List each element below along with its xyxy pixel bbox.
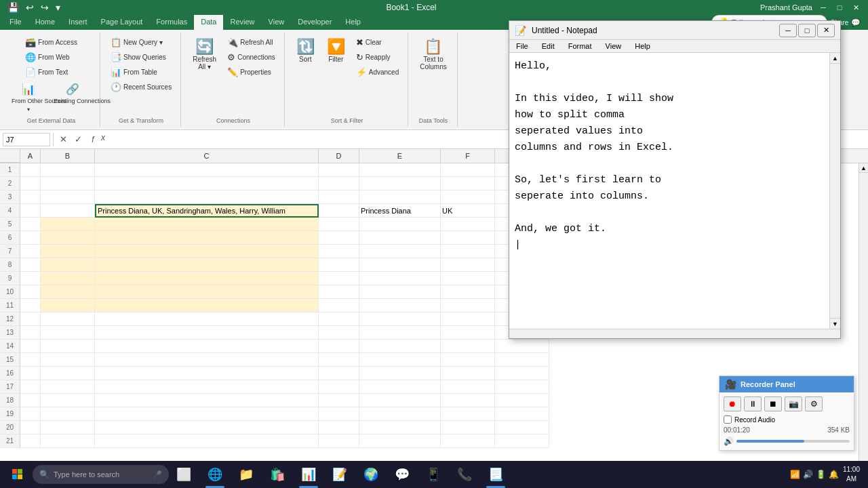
connections-btn[interactable]: 🔌 Refresh All	[224, 35, 279, 49]
cell-D2[interactable]	[319, 177, 359, 190]
properties-btn[interactable]: ⚙ Connections	[224, 50, 279, 64]
tab-help[interactable]: Help	[338, 15, 368, 30]
menu-format[interactable]: Format	[561, 40, 599, 52]
tab-developer[interactable]: Developer	[291, 15, 338, 30]
refresh-all-btn[interactable]: 🔄 Refresh All ▾	[188, 35, 221, 73]
cell-B3[interactable]	[41, 190, 95, 204]
cell-C1[interactable]	[95, 163, 319, 177]
cell-F1[interactable]	[441, 163, 495, 177]
tab-data[interactable]: Data	[194, 15, 223, 30]
cell-C5[interactable]	[95, 218, 319, 231]
redo-quick-btn[interactable]: ↪	[39, 1, 51, 14]
minimize-notepad-btn[interactable]: ─	[779, 24, 797, 37]
menu-edit[interactable]: Edit	[535, 40, 561, 52]
menu-view[interactable]: View	[599, 40, 629, 52]
vertical-scrollbar[interactable]: ▲ ▼	[859, 163, 868, 470]
network-icon[interactable]: 📶	[790, 470, 800, 479]
cell-F3[interactable]	[441, 190, 495, 204]
cell-D5[interactable]	[319, 218, 359, 231]
filter-btn[interactable]: 🔽 Filter	[322, 35, 350, 66]
clear-btn[interactable]: ✖ Clear	[353, 35, 402, 49]
advanced-btn[interactable]: ⚡ Advanced	[353, 65, 402, 79]
existing-connections-btn[interactable]: 🔗 Existing Connections	[50, 81, 94, 115]
cell-F4[interactable]: UK	[441, 204, 495, 218]
from-table-btn[interactable]: 📊 From Table	[107, 65, 161, 79]
tab-view[interactable]: View	[262, 15, 292, 30]
close-excel-btn[interactable]: ✕	[849, 2, 863, 13]
tab-review[interactable]: Review	[223, 15, 261, 30]
tab-home[interactable]: Home	[28, 15, 62, 30]
taskbar-phone-btn[interactable]: 📞	[450, 461, 479, 488]
taskbar-search-input[interactable]	[54, 470, 149, 479]
notepad-scroll-down[interactable]: ▼	[830, 318, 840, 329]
enter-formula-btn[interactable]: ✓	[71, 133, 85, 146]
reapply-btn[interactable]: ↻ Reapply	[353, 50, 402, 64]
col-header-D[interactable]: D	[319, 149, 359, 163]
cell-E4[interactable]: Princess Diana	[359, 204, 441, 218]
cell-A3[interactable]	[20, 190, 41, 204]
comments-btn[interactable]: 💬	[849, 17, 863, 28]
taskbar-excel-btn[interactable]: 📊	[294, 461, 323, 488]
cell-A2[interactable]	[20, 177, 41, 190]
taskbar-task-view[interactable]: ⬜	[169, 461, 199, 488]
scrollbar-up-btn[interactable]: ▲	[859, 163, 868, 173]
restore-excel-btn[interactable]: □	[833, 2, 846, 13]
stop-btn[interactable]: ⏹	[764, 396, 782, 411]
cell-D1[interactable]	[319, 163, 359, 177]
col-header-E[interactable]: E	[359, 149, 441, 163]
insert-function-btn[interactable]: f	[86, 133, 100, 146]
from-other-sources-btn[interactable]: 📊 From Other Sources ▾	[8, 81, 49, 115]
notepad-vscrollbar[interactable]: ▲ ▼	[829, 53, 840, 329]
tab-file[interactable]: File	[3, 15, 28, 30]
maximize-notepad-btn[interactable]: □	[798, 24, 816, 37]
show-queries-btn[interactable]: 📑 Show Queries	[107, 50, 170, 64]
record-audio-checkbox[interactable]	[724, 415, 732, 424]
cell-D3[interactable]	[319, 190, 359, 204]
taskbar-slack-btn[interactable]: 💬	[387, 461, 417, 488]
pause-btn[interactable]: ⏸	[744, 396, 762, 411]
cell-F2[interactable]	[441, 177, 495, 190]
new-query-btn[interactable]: 📋 New Query ▾	[107, 35, 166, 49]
cell-E3[interactable]	[359, 190, 441, 204]
minimize-excel-btn[interactable]: ─	[816, 2, 830, 13]
volume-sys-icon[interactable]: 🔊	[803, 470, 813, 479]
col-header-F[interactable]: F	[441, 149, 495, 163]
taskbar-skype-btn[interactable]: 📱	[418, 461, 448, 488]
taskbar-chrome-btn[interactable]: 🌍	[356, 461, 386, 488]
cell-C3[interactable]	[95, 190, 319, 204]
record-btn[interactable]: ⏺	[724, 396, 741, 411]
close-notepad-btn[interactable]: ✕	[817, 24, 835, 37]
screenshot-btn[interactable]: 📷	[785, 396, 802, 411]
system-clock[interactable]: 11:00 AM	[843, 465, 860, 484]
cell-C2[interactable]	[95, 177, 319, 190]
cell-B1[interactable]	[41, 163, 95, 177]
cancel-formula-btn[interactable]: ✕	[56, 133, 70, 146]
taskbar-word-btn[interactable]: 📝	[325, 461, 355, 488]
cell-C4[interactable]: Princess Diana, UK, Sandringham, Wales, …	[95, 204, 319, 218]
edit-links-btn[interactable]: ✏️ Properties	[224, 65, 279, 79]
menu-help[interactable]: Help	[628, 40, 657, 52]
text-to-columns-btn[interactable]: 📋 Text to Columns	[415, 35, 451, 73]
taskbar-search-bar[interactable]: 🔍 🎤	[33, 465, 169, 484]
cell-B4[interactable]	[41, 204, 95, 218]
more-quick-btn[interactable]: ▾	[54, 1, 62, 14]
from-web-btn[interactable]: 🌐 From Web	[22, 50, 73, 64]
taskbar-explorer-btn[interactable]: 📁	[231, 461, 261, 488]
notepad-hscrollbar[interactable]	[509, 329, 840, 338]
col-header-B[interactable]: B	[41, 149, 95, 163]
notepad-scroll-up[interactable]: ▲	[830, 53, 840, 64]
from-text-btn[interactable]: 📄 From Text	[22, 65, 71, 79]
microphone-icon[interactable]: 🎤	[153, 470, 162, 479]
tab-page-layout[interactable]: Page Layout	[94, 15, 150, 30]
menu-file[interactable]: File	[509, 40, 535, 52]
cell-F5[interactable]	[441, 218, 495, 231]
tab-formulas[interactable]: Formulas	[149, 15, 194, 30]
taskbar-edge-btn[interactable]: 🌐	[200, 461, 230, 488]
cell-A1[interactable]	[20, 163, 41, 177]
cell-reference-box[interactable]: J7	[3, 133, 50, 146]
cell-E1[interactable]	[359, 163, 441, 177]
start-button[interactable]	[3, 461, 33, 488]
cell-B2[interactable]	[41, 177, 95, 190]
cell-E2[interactable]	[359, 177, 441, 190]
undo-quick-btn[interactable]: ↩	[24, 1, 36, 14]
